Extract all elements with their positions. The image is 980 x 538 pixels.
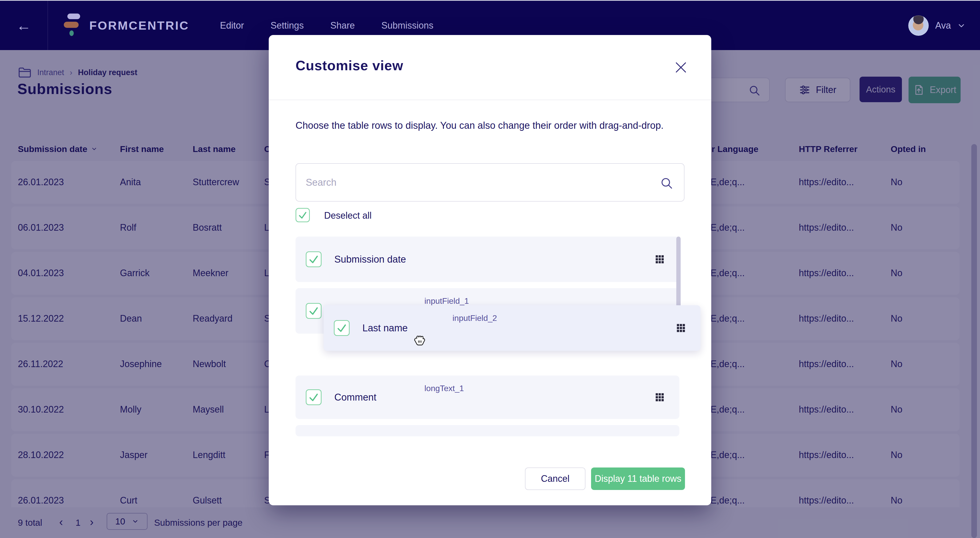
app-root: ← FORMCENTRIC Editor Settings Share Subm… [0, 0, 980, 538]
item-label: Comment [334, 392, 376, 403]
nav-item-share[interactable]: Share [329, 17, 356, 35]
list-item-comment[interactable]: Comment longText_1 [296, 375, 679, 419]
brand-logo[interactable]: FORMCENTRIC [63, 1, 189, 50]
customise-view-modal: Customise view Choose the table rows to … [269, 35, 711, 505]
modal-title: Customise view [296, 57, 403, 73]
deselect-all-label: Deselect all [324, 210, 372, 221]
item-checkbox[interactable] [306, 251, 321, 267]
drag-handle-icon[interactable] [676, 322, 686, 334]
close-icon[interactable] [673, 59, 689, 75]
brand-name: FORMCENTRIC [89, 18, 189, 32]
modal-description: Choose the table rows to display. You ca… [296, 116, 678, 135]
item-checkbox[interactable] [306, 303, 321, 319]
modal-search-input[interactable] [306, 164, 658, 201]
item-checkbox[interactable] [334, 320, 350, 336]
item-field-key: inputField_1 [425, 296, 469, 306]
cancel-button[interactable]: Cancel [525, 468, 585, 490]
user-name: Ava [935, 20, 951, 31]
item-field-key: longText_1 [425, 384, 464, 393]
grabbing-hand-cursor [412, 334, 427, 348]
drag-handle-icon[interactable] [654, 254, 665, 265]
item-label: Last name [363, 322, 407, 334]
item-checkbox[interactable] [306, 390, 321, 405]
nav-item-settings[interactable]: Settings [269, 17, 305, 35]
formcentric-logo-icon [63, 11, 83, 40]
list-item-submission-date[interactable]: Submission date [296, 236, 679, 282]
avatar[interactable] [908, 15, 929, 36]
nav-item-editor[interactable]: Editor [219, 17, 245, 35]
back-arrow-icon: ← [16, 17, 31, 34]
item-label: Submission date [334, 254, 406, 265]
modal-header: Customise view [269, 35, 711, 100]
modal-search-field[interactable] [296, 163, 684, 201]
chevron-down-icon [958, 22, 965, 29]
list-item-clipped [296, 425, 679, 436]
nav-item-submissions[interactable]: Submissions [380, 17, 434, 35]
item-field-key: inputField_2 [452, 313, 497, 323]
list-item-last-name-dragging[interactable]: Last name inputField_2 [324, 305, 700, 351]
deselect-all-checkbox[interactable] [296, 208, 310, 222]
search-icon [660, 177, 673, 190]
user-menu[interactable]: Ava [908, 1, 965, 50]
nav-divider [48, 1, 48, 50]
back-button[interactable]: ← [0, 1, 48, 50]
display-rows-button[interactable]: Display 11 table rows [591, 468, 685, 490]
drag-handle-icon[interactable] [654, 392, 665, 402]
